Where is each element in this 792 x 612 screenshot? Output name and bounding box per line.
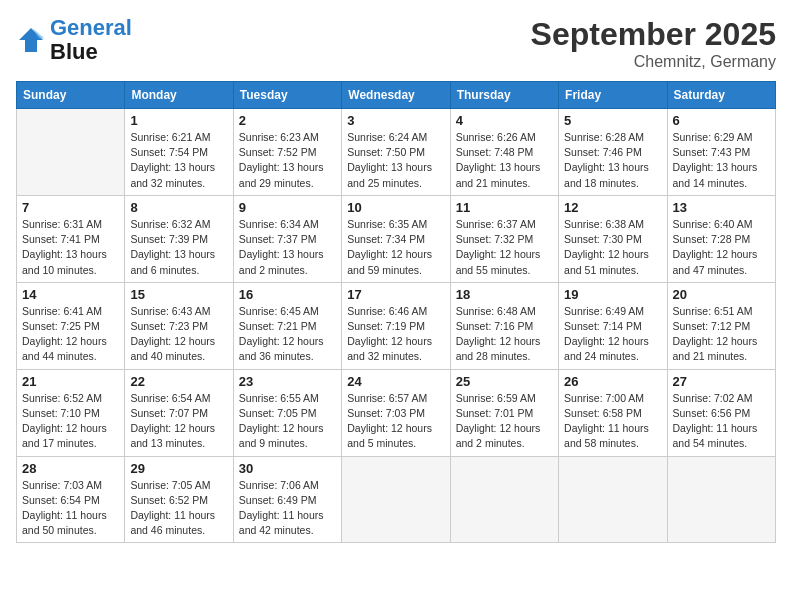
day-number: 28	[22, 461, 119, 476]
svg-marker-0	[19, 28, 43, 52]
month-title: September 2025	[531, 16, 776, 53]
day-info: Sunrise: 7:00 AMSunset: 6:58 PMDaylight:…	[564, 391, 661, 452]
calendar-cell: 14Sunrise: 6:41 AMSunset: 7:25 PMDayligh…	[17, 282, 125, 369]
col-header-tuesday: Tuesday	[233, 82, 341, 109]
calendar-cell: 9Sunrise: 6:34 AMSunset: 7:37 PMDaylight…	[233, 195, 341, 282]
calendar-cell: 26Sunrise: 7:00 AMSunset: 6:58 PMDayligh…	[559, 369, 667, 456]
day-number: 5	[564, 113, 661, 128]
calendar-cell: 10Sunrise: 6:35 AMSunset: 7:34 PMDayligh…	[342, 195, 450, 282]
day-info: Sunrise: 7:02 AMSunset: 6:56 PMDaylight:…	[673, 391, 770, 452]
day-info: Sunrise: 6:49 AMSunset: 7:14 PMDaylight:…	[564, 304, 661, 365]
day-number: 8	[130, 200, 227, 215]
day-info: Sunrise: 6:54 AMSunset: 7:07 PMDaylight:…	[130, 391, 227, 452]
day-info: Sunrise: 6:28 AMSunset: 7:46 PMDaylight:…	[564, 130, 661, 191]
day-number: 25	[456, 374, 553, 389]
day-info: Sunrise: 6:41 AMSunset: 7:25 PMDaylight:…	[22, 304, 119, 365]
day-info: Sunrise: 6:51 AMSunset: 7:12 PMDaylight:…	[673, 304, 770, 365]
calendar-cell: 6Sunrise: 6:29 AMSunset: 7:43 PMDaylight…	[667, 109, 775, 196]
day-number: 30	[239, 461, 336, 476]
logo-icon	[16, 25, 46, 55]
col-header-saturday: Saturday	[667, 82, 775, 109]
calendar-cell	[667, 456, 775, 543]
calendar-cell: 22Sunrise: 6:54 AMSunset: 7:07 PMDayligh…	[125, 369, 233, 456]
calendar-cell: 7Sunrise: 6:31 AMSunset: 7:41 PMDaylight…	[17, 195, 125, 282]
day-info: Sunrise: 6:37 AMSunset: 7:32 PMDaylight:…	[456, 217, 553, 278]
logo-text: General Blue	[50, 16, 132, 64]
day-number: 3	[347, 113, 444, 128]
day-number: 14	[22, 287, 119, 302]
day-number: 27	[673, 374, 770, 389]
calendar-cell	[559, 456, 667, 543]
day-number: 6	[673, 113, 770, 128]
logo: General Blue	[16, 16, 132, 64]
calendar-table: SundayMondayTuesdayWednesdayThursdayFrid…	[16, 81, 776, 543]
calendar-cell: 17Sunrise: 6:46 AMSunset: 7:19 PMDayligh…	[342, 282, 450, 369]
calendar-body: 1Sunrise: 6:21 AMSunset: 7:54 PMDaylight…	[17, 109, 776, 543]
day-info: Sunrise: 7:06 AMSunset: 6:49 PMDaylight:…	[239, 478, 336, 539]
col-header-sunday: Sunday	[17, 82, 125, 109]
day-number: 7	[22, 200, 119, 215]
calendar-cell: 29Sunrise: 7:05 AMSunset: 6:52 PMDayligh…	[125, 456, 233, 543]
week-row-2: 7Sunrise: 6:31 AMSunset: 7:41 PMDaylight…	[17, 195, 776, 282]
day-info: Sunrise: 6:45 AMSunset: 7:21 PMDaylight:…	[239, 304, 336, 365]
calendar-cell	[342, 456, 450, 543]
logo-line1: General	[50, 15, 132, 40]
day-number: 13	[673, 200, 770, 215]
calendar-cell	[17, 109, 125, 196]
calendar-cell: 21Sunrise: 6:52 AMSunset: 7:10 PMDayligh…	[17, 369, 125, 456]
calendar-cell: 19Sunrise: 6:49 AMSunset: 7:14 PMDayligh…	[559, 282, 667, 369]
calendar-cell: 16Sunrise: 6:45 AMSunset: 7:21 PMDayligh…	[233, 282, 341, 369]
calendar-cell: 5Sunrise: 6:28 AMSunset: 7:46 PMDaylight…	[559, 109, 667, 196]
day-number: 9	[239, 200, 336, 215]
col-header-friday: Friday	[559, 82, 667, 109]
calendar-cell: 25Sunrise: 6:59 AMSunset: 7:01 PMDayligh…	[450, 369, 558, 456]
page-header: General Blue September 2025 Chemnitz, Ge…	[16, 16, 776, 71]
col-header-wednesday: Wednesday	[342, 82, 450, 109]
calendar-cell: 2Sunrise: 6:23 AMSunset: 7:52 PMDaylight…	[233, 109, 341, 196]
day-info: Sunrise: 6:43 AMSunset: 7:23 PMDaylight:…	[130, 304, 227, 365]
day-number: 16	[239, 287, 336, 302]
day-info: Sunrise: 6:32 AMSunset: 7:39 PMDaylight:…	[130, 217, 227, 278]
day-number: 29	[130, 461, 227, 476]
day-number: 4	[456, 113, 553, 128]
calendar-cell: 27Sunrise: 7:02 AMSunset: 6:56 PMDayligh…	[667, 369, 775, 456]
day-info: Sunrise: 6:26 AMSunset: 7:48 PMDaylight:…	[456, 130, 553, 191]
calendar-cell: 11Sunrise: 6:37 AMSunset: 7:32 PMDayligh…	[450, 195, 558, 282]
day-number: 15	[130, 287, 227, 302]
day-info: Sunrise: 6:31 AMSunset: 7:41 PMDaylight:…	[22, 217, 119, 278]
day-info: Sunrise: 6:29 AMSunset: 7:43 PMDaylight:…	[673, 130, 770, 191]
day-number: 2	[239, 113, 336, 128]
location: Chemnitz, Germany	[531, 53, 776, 71]
day-number: 11	[456, 200, 553, 215]
week-row-5: 28Sunrise: 7:03 AMSunset: 6:54 PMDayligh…	[17, 456, 776, 543]
day-number: 18	[456, 287, 553, 302]
calendar-cell	[450, 456, 558, 543]
week-row-1: 1Sunrise: 6:21 AMSunset: 7:54 PMDaylight…	[17, 109, 776, 196]
day-number: 21	[22, 374, 119, 389]
calendar-cell: 28Sunrise: 7:03 AMSunset: 6:54 PMDayligh…	[17, 456, 125, 543]
day-number: 22	[130, 374, 227, 389]
day-number: 23	[239, 374, 336, 389]
calendar-cell: 18Sunrise: 6:48 AMSunset: 7:16 PMDayligh…	[450, 282, 558, 369]
day-info: Sunrise: 6:55 AMSunset: 7:05 PMDaylight:…	[239, 391, 336, 452]
day-info: Sunrise: 6:40 AMSunset: 7:28 PMDaylight:…	[673, 217, 770, 278]
day-info: Sunrise: 6:38 AMSunset: 7:30 PMDaylight:…	[564, 217, 661, 278]
week-row-4: 21Sunrise: 6:52 AMSunset: 7:10 PMDayligh…	[17, 369, 776, 456]
week-row-3: 14Sunrise: 6:41 AMSunset: 7:25 PMDayligh…	[17, 282, 776, 369]
day-number: 10	[347, 200, 444, 215]
calendar-cell: 30Sunrise: 7:06 AMSunset: 6:49 PMDayligh…	[233, 456, 341, 543]
calendar-cell: 4Sunrise: 6:26 AMSunset: 7:48 PMDaylight…	[450, 109, 558, 196]
day-number: 1	[130, 113, 227, 128]
day-info: Sunrise: 6:24 AMSunset: 7:50 PMDaylight:…	[347, 130, 444, 191]
col-header-thursday: Thursday	[450, 82, 558, 109]
calendar-cell: 13Sunrise: 6:40 AMSunset: 7:28 PMDayligh…	[667, 195, 775, 282]
day-number: 26	[564, 374, 661, 389]
day-info: Sunrise: 6:34 AMSunset: 7:37 PMDaylight:…	[239, 217, 336, 278]
day-number: 17	[347, 287, 444, 302]
calendar-cell: 12Sunrise: 6:38 AMSunset: 7:30 PMDayligh…	[559, 195, 667, 282]
day-info: Sunrise: 6:59 AMSunset: 7:01 PMDaylight:…	[456, 391, 553, 452]
title-block: September 2025 Chemnitz, Germany	[531, 16, 776, 71]
day-number: 19	[564, 287, 661, 302]
day-number: 12	[564, 200, 661, 215]
calendar-cell: 23Sunrise: 6:55 AMSunset: 7:05 PMDayligh…	[233, 369, 341, 456]
